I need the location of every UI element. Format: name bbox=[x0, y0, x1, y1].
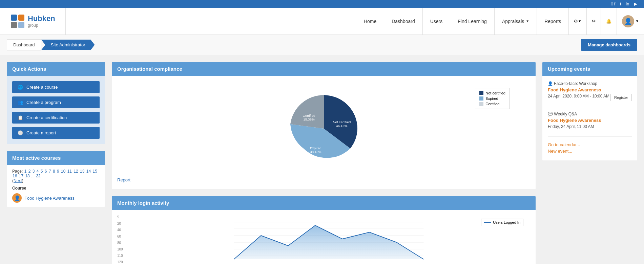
create-program-button[interactable]: 👥 Create a program bbox=[12, 96, 100, 108]
gear-icon: ⚙ bbox=[574, 19, 578, 24]
nav-users[interactable]: Users bbox=[423, 8, 451, 35]
brand-name: Hubken bbox=[28, 15, 55, 23]
page-15[interactable]: 15 bbox=[93, 169, 97, 174]
nav-home[interactable]: Home bbox=[356, 8, 384, 35]
globe-icon: 🌐 bbox=[18, 85, 23, 90]
avatar: 👤 bbox=[622, 15, 634, 27]
quick-actions-header: Quick Actions bbox=[7, 62, 105, 76]
course-link[interactable]: Food Hygiene Awareness bbox=[24, 196, 75, 201]
social-bar:  f t in ▶ bbox=[0, 0, 644, 8]
breadcrumb: Dashboard Site Administrator bbox=[7, 39, 95, 50]
facebook-icon[interactable]:  f bbox=[611, 1, 615, 6]
course-icon: 👤 bbox=[12, 193, 22, 203]
user-avatar-item[interactable]: 👤 ▼ bbox=[617, 8, 644, 35]
left-column: Quick Actions 🌐 Create a course 👥 Create… bbox=[7, 62, 105, 207]
nav-reports[interactable]: Reports bbox=[537, 8, 569, 35]
login-line-chart bbox=[127, 215, 530, 263]
page-22[interactable]: 22 bbox=[36, 174, 40, 178]
page-9[interactable]: 9 bbox=[57, 169, 59, 174]
manage-dashboards-button[interactable]: Manage dashboards bbox=[581, 39, 637, 51]
legend-dot-not-certified bbox=[479, 91, 483, 95]
nav-dashboard[interactable]: Dashboard bbox=[384, 8, 423, 35]
bell-icon-item[interactable]: 🔔 bbox=[601, 8, 617, 35]
settings-icon-item[interactable]: ⚙ ▼ bbox=[569, 8, 587, 35]
quick-actions-widget: Quick Actions 🌐 Create a course 👥 Create… bbox=[7, 62, 105, 144]
breadcrumb-site-admin[interactable]: Site Administrator bbox=[41, 40, 95, 50]
compliance-chart-container: Not certified 46.15% Expired 38.46% Cert… bbox=[117, 81, 530, 176]
upcoming-events-widget: Upcoming events 👤 Face-to-face: Workshop… bbox=[542, 62, 637, 160]
middle-column: Organisational compliance bbox=[112, 62, 536, 264]
quick-actions-body: 🌐 Create a course 👥 Create a program 📋 C… bbox=[7, 76, 105, 144]
page-4[interactable]: 4 bbox=[37, 169, 39, 174]
list-item: 👤 Face-to-face: Workshop Food Hygiene Aw… bbox=[548, 81, 632, 106]
go-to-calendar-link[interactable]: Go to calendar... bbox=[548, 142, 632, 147]
appraisals-dropdown-arrow: ▼ bbox=[526, 19, 529, 23]
most-active-header: Most active courses bbox=[7, 151, 105, 165]
brand-logo[interactable]: Hubken group bbox=[10, 14, 55, 29]
legend-expired: Expired bbox=[479, 96, 505, 101]
svg-text:Expired: Expired bbox=[310, 146, 321, 150]
navbar: Hubken group Home Dashboard Users Find L… bbox=[0, 8, 644, 35]
compliance-pie-chart: Not certified 46.15% Expired 38.46% Cert… bbox=[287, 91, 361, 166]
svg-text:15.38%: 15.38% bbox=[303, 117, 315, 121]
page-5[interactable]: 5 bbox=[41, 169, 43, 174]
login-legend: Users Logged In bbox=[481, 219, 523, 226]
monthly-login-header: Monthly login activity bbox=[112, 196, 536, 210]
svg-rect-3 bbox=[18, 22, 24, 28]
course-column-label: Course bbox=[12, 186, 100, 191]
page-16[interactable]: 16 bbox=[13, 174, 17, 178]
svg-rect-1 bbox=[18, 15, 24, 21]
list-item: 💬 Weekly Q&A Food Hygiene Awareness Frid… bbox=[548, 112, 632, 137]
svg-marker-16 bbox=[234, 225, 424, 259]
page-14[interactable]: 14 bbox=[86, 169, 91, 174]
settings-dropdown-arrow: ▼ bbox=[578, 19, 581, 23]
event-1-type: 👤 Face-to-face: Workshop bbox=[548, 81, 632, 86]
page-1[interactable]: 1 bbox=[24, 169, 27, 174]
y-axis: 120 110 100 80 60 40 20 5 bbox=[117, 215, 123, 264]
page-7[interactable]: 7 bbox=[49, 169, 51, 174]
event-1-register-button[interactable]: Register bbox=[610, 94, 632, 101]
pagination-next[interactable]: Next bbox=[14, 178, 22, 183]
youtube-icon[interactable]: ▶ bbox=[634, 1, 637, 6]
legend-dot-certified bbox=[479, 102, 483, 106]
event-1-title[interactable]: Food Hygiene Awareness bbox=[548, 87, 632, 92]
new-event-link[interactable]: New event... bbox=[548, 149, 632, 154]
users-icon: 👥 bbox=[18, 100, 23, 105]
compliance-report-link[interactable]: Report bbox=[117, 176, 530, 184]
page-18[interactable]: 18 bbox=[25, 174, 29, 178]
page-12[interactable]: 12 bbox=[74, 169, 78, 174]
event-2-date: Friday, 24 April, 11:00 AM bbox=[548, 124, 632, 129]
svg-text:46.15%: 46.15% bbox=[336, 124, 348, 128]
page-3[interactable]: 3 bbox=[33, 169, 35, 174]
upcoming-events-header: Upcoming events bbox=[542, 62, 637, 76]
linkedin-icon[interactable]: in bbox=[626, 1, 629, 6]
compliance-header: Organisational compliance bbox=[112, 62, 536, 76]
brand-text: Hubken group bbox=[28, 15, 55, 27]
page-11[interactable]: 11 bbox=[67, 169, 72, 174]
svg-text:Not certified: Not certified bbox=[333, 120, 351, 124]
event-2-title[interactable]: Food Hygiene Awareness bbox=[548, 118, 632, 123]
avatar-dropdown-arrow: ▼ bbox=[636, 19, 639, 23]
brand: Hubken group bbox=[0, 14, 65, 29]
page-8[interactable]: 8 bbox=[53, 169, 55, 174]
create-report-button[interactable]: ⚪ Create a report bbox=[12, 127, 100, 139]
svg-text:38.46%: 38.46% bbox=[310, 150, 321, 154]
page-13[interactable]: 13 bbox=[80, 169, 84, 174]
most-active-body: Page: 1 2 3 4 5 6 7 8 9 10 11 12 13 14 1… bbox=[7, 165, 105, 207]
mail-icon-item[interactable]: ✉ bbox=[587, 8, 601, 35]
breadcrumb-dashboard[interactable]: Dashboard bbox=[7, 39, 41, 50]
page-2[interactable]: 2 bbox=[28, 169, 31, 174]
report-icon: ⚪ bbox=[18, 130, 23, 135]
twitter-icon[interactable]: t bbox=[620, 1, 621, 6]
page-17[interactable]: 17 bbox=[19, 174, 23, 178]
login-chart: 120 110 100 80 60 40 20 5 bbox=[117, 215, 530, 264]
nav-appraisals[interactable]: Appraisals ▼ bbox=[495, 8, 537, 35]
legend-certified: Certified bbox=[479, 102, 505, 106]
create-certification-button[interactable]: 📋 Create a certification bbox=[12, 112, 100, 124]
page-10[interactable]: 10 bbox=[61, 169, 65, 174]
nav-find-learning[interactable]: Find Learning bbox=[450, 8, 495, 35]
monthly-login-body: 120 110 100 80 60 40 20 5 bbox=[112, 210, 536, 264]
create-course-button[interactable]: 🌐 Create a course bbox=[12, 81, 100, 93]
right-column: Upcoming events 👤 Face-to-face: Workshop… bbox=[542, 62, 637, 160]
page-6[interactable]: 6 bbox=[45, 169, 47, 174]
